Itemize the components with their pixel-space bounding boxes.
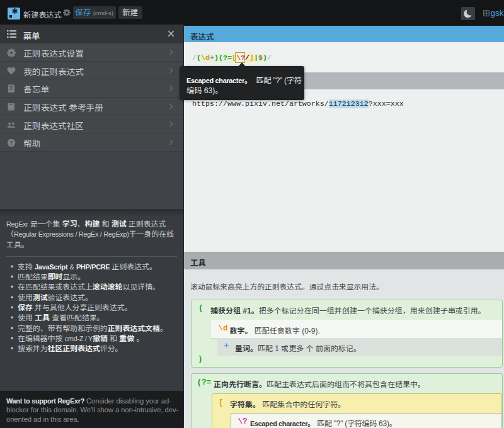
svg-text:?: ? [9, 140, 13, 146]
